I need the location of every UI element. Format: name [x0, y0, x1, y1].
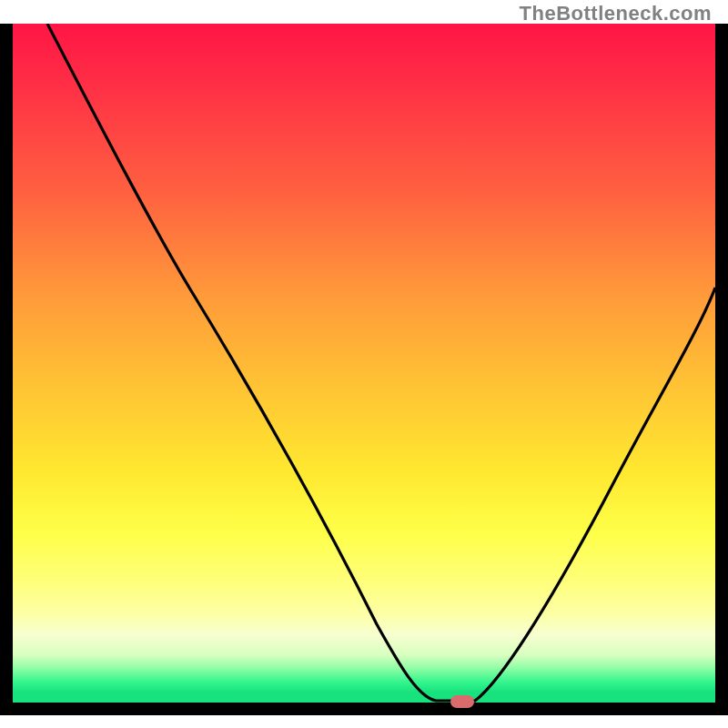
bottleneck-chart: TheBottleneck.com: [0, 0, 728, 728]
curve-path: [47, 24, 715, 701]
watermark-text: TheBottleneck.com: [520, 2, 712, 25]
plot-area: [0, 24, 728, 715]
bottleneck-curve: [13, 24, 715, 703]
optimal-marker: [450, 695, 474, 708]
